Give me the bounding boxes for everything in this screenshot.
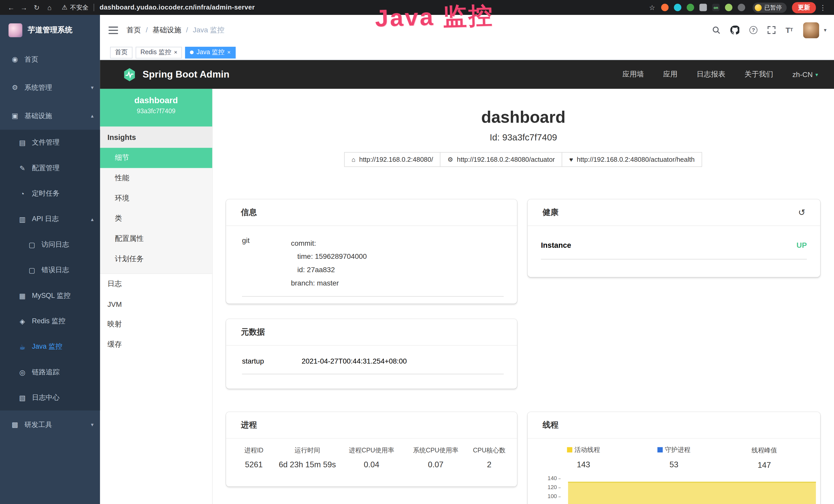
chevron-up-icon: ▴ [91,113,93,119]
browser-home-icon[interactable]: ⌂ [44,3,56,11]
toolbox-icon: ▩ [10,420,19,429]
process-card-title: 进程 [226,412,517,439]
service-url-link[interactable]: ⌂ http://192.168.0.2:48080/ [344,152,440,167]
sba-item-mappings[interactable]: 映射 [100,314,212,335]
sidebar-item-logcenter[interactable]: ▧ 日志中心 [0,385,100,410]
bookmark-star-icon[interactable]: ☆ [646,3,658,11]
github-icon[interactable] [730,25,739,35]
app-header: 首页 / 基础设施 / Java 监控 ? TT ▾ [100,15,834,45]
sba-item-scheduled[interactable]: 计划任务 [100,249,212,269]
sba-item-caches[interactable]: 缓存 [100,335,212,355]
font-size-icon[interactable]: TT [786,26,793,34]
search-icon[interactable] [712,26,720,34]
forward-icon[interactable]: → [18,3,30,11]
on-badge-extension-icon[interactable]: on [712,4,720,11]
live-threads-swatch [567,447,572,453]
close-icon[interactable]: × [174,49,177,55]
screen: Java 监控 ← → ↻ ⌂ ⚠ 不安全 dashboard.yudao.io… [0,0,834,504]
sba-item-metrics[interactable]: 性能 [100,168,212,188]
sba-nav-applications[interactable]: 应用 [663,70,678,79]
drop-extension-icon[interactable] [674,4,681,11]
tag-java[interactable]: Java 监控 × [185,46,236,58]
sidebar-item-apilog[interactable]: ▥ API 日志 ▴ [0,206,100,232]
sba-item-logs[interactable]: 日志 [100,274,212,294]
sba-item-configprops[interactable]: 配置属性 [100,229,212,249]
help-icon[interactable]: ? [749,26,758,34]
sba-nav-wall[interactable]: 应用墙 [622,70,644,79]
back-icon[interactable]: ← [5,3,17,11]
logo-avatar [8,23,22,37]
file-icon: ▤ [18,138,26,146]
sba-main: dashboard Id: 93a3fc7f7409 ⌂ http://192.… [213,89,834,504]
sidebar-item-job[interactable]: ◔ 定时任务 [0,181,100,206]
breadcrumb-home[interactable]: 首页 [127,25,141,35]
fox-extension-icon[interactable] [661,4,668,11]
threads-card-title: 线程 [528,412,820,439]
tag-redis[interactable]: Redis 监控 × [136,46,182,58]
infra-submenu: ▤ 文件管理 ✎ 配置管理 ◔ 定时任务 ▥ API 日志 ▴ ▢ 访问日志 ▢ [0,130,100,410]
hamburger-icon[interactable] [108,26,118,34]
sba-item-env[interactable]: 环境 [100,188,212,208]
sba-item-classes[interactable]: 类 [100,208,212,229]
page-title: dashboard [213,108,834,127]
sidebar-item-devtools[interactable]: ▩ 研发工具 ▾ [0,411,100,439]
metadata-startup-row: startup 2021-04-27T00:44:31.254+08:00 [242,358,504,374]
process-card: 进程 进程ID 5261 运行时间 6d 23h 15m 59s 进程CPU使用… [226,412,517,486]
health-card-title: 健康 [543,207,558,217]
home-icon: ⌂ [352,156,355,163]
tampermonkey-extension-icon[interactable] [686,4,694,11]
java-icon: ☕ [18,343,26,351]
paw-extension-icon[interactable] [738,4,745,11]
app-title: 芋道管理系统 [28,25,72,35]
sba-nav-journal[interactable]: 日志报表 [697,70,725,79]
sidebar-item-file[interactable]: ▤ 文件管理 [0,130,100,155]
threads-legend: 活动线程 143 守护进程 53 线程峰值 147 [528,445,820,469]
breadcrumb-current: Java 监控 [193,25,224,35]
actuator-url-link[interactable]: ⚙ http://192.168.0.2:48080/actuator [440,152,562,167]
sba-locale-select[interactable]: zh-CN ▾ [792,70,818,78]
sba-header: Spring Boot Admin 应用墙 应用 日志报表 关于我们 zh-CN… [100,60,834,89]
security-indicator[interactable]: ⚠ 不安全 [62,3,88,11]
history-icon[interactable]: ↺ [798,207,805,217]
close-icon[interactable]: × [227,49,231,55]
sidebar-item-infra[interactable]: ▣ 基础设施 ▴ [0,102,100,130]
warning-icon: ⚠ [62,4,67,11]
health-url-link[interactable]: ♥ http://192.168.0.2:48080/actuator/heal… [562,152,702,167]
sidebar-item-config[interactable]: ✎ 配置管理 [0,155,100,181]
tag-home[interactable]: 首页 [110,46,133,58]
tags-bar: 首页 Redis 监控 × Java 监控 × [100,45,834,60]
sidebar-item-java[interactable]: ☕ Java 监控 [0,334,100,359]
sidebar-item-system[interactable]: ⚙ 系统管理 ▾ [0,73,100,102]
sba-sidebar: dashboard 93a3fc7f7409 Insights 细节 性能 环境… [100,89,213,504]
reload-icon[interactable]: ↻ [31,3,43,11]
sba-item-details[interactable]: 细节 [100,148,212,168]
extensions-grid-icon[interactable] [699,4,707,11]
daemon-threads-swatch [658,447,663,453]
url-bar[interactable]: dashboard.yudao.iocoder.cn/infra/admin-s… [100,4,255,11]
instance-header: dashboard 93a3fc7f7409 [100,89,212,127]
sidebar-item-home[interactable]: ◉ 首页 [0,45,100,73]
update-button[interactable]: 更新 [792,2,816,13]
paused-badge[interactable]: 已暂停 [752,2,787,12]
user-menu-caret-icon[interactable]: ▾ [824,27,827,33]
sidebar-item-trace[interactable]: ◎ 链路追踪 [0,360,100,385]
fullscreen-icon[interactable] [767,26,775,34]
sba-item-jvm[interactable]: JVM [100,294,212,314]
sidebar-item-errorlog[interactable]: ▢ 错误日志 [0,257,100,283]
breadcrumb-infra[interactable]: 基础设施 [153,25,181,35]
leaf-extension-icon[interactable] [725,4,732,11]
sidebar-item-redis[interactable]: ◈ Redis 监控 [0,308,100,334]
clock-icon: ◔ [18,189,26,198]
browser-menu-icon[interactable]: ⋮ [817,3,829,11]
user-avatar[interactable] [803,22,819,38]
doc-icon: ▢ [28,266,36,274]
metadata-card: 元数据 startup 2021-04-27T00:44:31.254+08:0… [226,319,517,388]
redis-icon: ◈ [18,317,26,325]
sidebar-item-accesslog[interactable]: ▢ 访问日志 [0,232,100,257]
sidebar-item-mysql[interactable]: ▦ MySQL 监控 [0,283,100,308]
app-logo[interactable]: 芋道管理系统 [0,15,100,45]
chevron-down-icon: ▾ [815,72,818,77]
chevron-up-icon: ▴ [91,216,93,222]
sba-nav-about[interactable]: 关于我们 [745,70,773,79]
sba-brand: Spring Boot Admin [122,67,229,82]
